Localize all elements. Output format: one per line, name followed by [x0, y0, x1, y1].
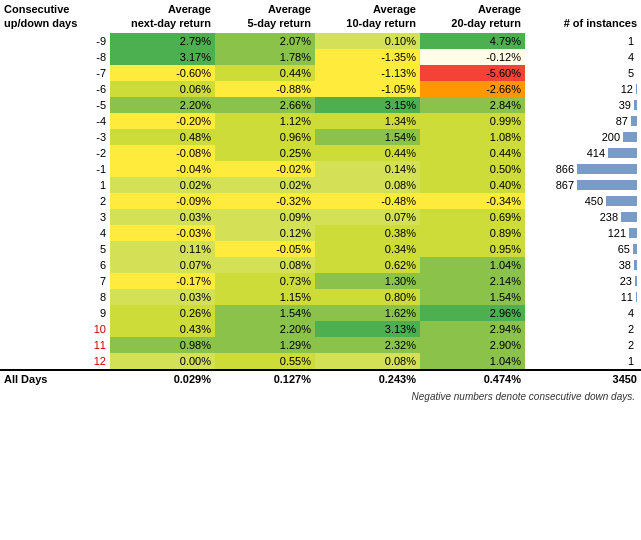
data-cell: 0.03%: [110, 209, 215, 225]
instance-count: 4: [628, 51, 634, 63]
data-cell: -0.20%: [110, 113, 215, 129]
data-cell: -0.32%: [215, 193, 315, 209]
data-cell: 0.03%: [110, 289, 215, 305]
data-cell: -0.88%: [215, 81, 315, 97]
row-label: 1: [0, 177, 110, 193]
instance-count: 11: [621, 291, 633, 303]
instance-bar: [621, 212, 637, 222]
row-label: 12: [0, 353, 110, 370]
instances-cell: 2: [525, 321, 641, 337]
row-label: -1: [0, 161, 110, 177]
instance-count: 414: [587, 147, 605, 159]
table-row: -92.79%2.07%0.10%4.79%1: [0, 33, 641, 49]
row-label: 6: [0, 257, 110, 273]
instance-count: 1: [628, 35, 634, 47]
data-cell: 0.44%: [420, 145, 525, 161]
row-label: 3: [0, 209, 110, 225]
row-label: 10: [0, 321, 110, 337]
data-cell: 0.26%: [110, 305, 215, 321]
table-row: 80.03%1.15%0.80%1.54%11: [0, 289, 641, 305]
data-cell: 0.62%: [315, 257, 420, 273]
instance-bar: [636, 292, 637, 302]
instances-cell: 866: [525, 161, 641, 177]
header-label: Consecutiveup/down days: [0, 0, 110, 33]
data-cell: 0.25%: [215, 145, 315, 161]
footer-note: Negative numbers denote consecutive down…: [0, 387, 641, 406]
table-row: 120.00%0.55%0.08%1.04%1: [0, 353, 641, 370]
instance-bar: [606, 196, 637, 206]
data-cell: 1.34%: [315, 113, 420, 129]
data-cell: -0.02%: [215, 161, 315, 177]
data-cell: 0.07%: [110, 257, 215, 273]
instances-cell: 238: [525, 209, 641, 225]
data-cell: 1.29%: [215, 337, 315, 353]
data-cell: 0.10%: [315, 33, 420, 49]
row-label: -2: [0, 145, 110, 161]
instance-bar: [636, 84, 637, 94]
data-cell: 3.13%: [315, 321, 420, 337]
data-cell: -0.08%: [110, 145, 215, 161]
data-cell: 0.40%: [420, 177, 525, 193]
instance-bar: [608, 148, 637, 158]
instances-cell: 4: [525, 49, 641, 65]
data-cell: -0.05%: [215, 241, 315, 257]
data-cell: 3.15%: [315, 97, 420, 113]
data-cell: 2.96%: [420, 305, 525, 321]
instance-count: 238: [600, 211, 618, 223]
data-cell: -0.48%: [315, 193, 420, 209]
data-cell: 0.44%: [315, 145, 420, 161]
all-days-c4: 0.474%: [420, 370, 525, 387]
data-cell: 0.34%: [315, 241, 420, 257]
data-cell: 2.79%: [110, 33, 215, 49]
header-nextday: Averagenext-day return: [110, 0, 215, 33]
table-row: 10.02%0.02%0.08%0.40%867: [0, 177, 641, 193]
data-cell: 2.66%: [215, 97, 315, 113]
data-cell: 0.96%: [215, 129, 315, 145]
data-cell: 2.94%: [420, 321, 525, 337]
instances-cell: 39: [525, 97, 641, 113]
header-20day: Average20-day return: [420, 0, 525, 33]
instances-cell: 200: [525, 129, 641, 145]
main-table: Consecutiveup/down days Averagenext-day …: [0, 0, 641, 387]
instance-count: 866: [556, 163, 574, 175]
instances-cell: 38: [525, 257, 641, 273]
data-cell: 2.14%: [420, 273, 525, 289]
header-instances: # of instances: [525, 0, 641, 33]
table-body: -92.79%2.07%0.10%4.79%1-83.17%1.78%-1.35…: [0, 33, 641, 370]
data-cell: 0.08%: [215, 257, 315, 273]
instance-bar: [634, 260, 637, 270]
all-days-row: All Days 0.029% 0.127% 0.243% 0.474% 345…: [0, 370, 641, 387]
instance-count: 39: [619, 99, 631, 111]
instance-bar: [631, 116, 637, 126]
instance-count: 200: [602, 131, 620, 143]
data-cell: 4.79%: [420, 33, 525, 49]
instance-count: 2: [628, 323, 634, 335]
row-label: -3: [0, 129, 110, 145]
table-row: 90.26%1.54%1.62%2.96%4: [0, 305, 641, 321]
data-cell: 0.43%: [110, 321, 215, 337]
data-cell: 0.07%: [315, 209, 420, 225]
data-cell: 0.50%: [420, 161, 525, 177]
data-cell: 1.30%: [315, 273, 420, 289]
row-label: 2: [0, 193, 110, 209]
data-cell: 1.78%: [215, 49, 315, 65]
instance-count: 38: [619, 259, 631, 271]
instance-count: 5: [628, 67, 634, 79]
table-row: 100.43%2.20%3.13%2.94%2: [0, 321, 641, 337]
header-5day: Average5-day return: [215, 0, 315, 33]
instance-bar: [623, 132, 637, 142]
instance-bar: [577, 180, 637, 190]
data-cell: -2.66%: [420, 81, 525, 97]
table-row: -1-0.04%-0.02%0.14%0.50%866: [0, 161, 641, 177]
instances-cell: 65: [525, 241, 641, 257]
table-row: 60.07%0.08%0.62%1.04%38: [0, 257, 641, 273]
data-cell: -0.03%: [110, 225, 215, 241]
table-row: -52.20%2.66%3.15%2.84%39: [0, 97, 641, 113]
instance-bar: [577, 164, 637, 174]
instance-bar: [635, 276, 637, 286]
data-cell: 2.20%: [110, 97, 215, 113]
row-label: 5: [0, 241, 110, 257]
data-cell: 2.32%: [315, 337, 420, 353]
data-cell: -0.17%: [110, 273, 215, 289]
instance-count: 65: [618, 243, 630, 255]
